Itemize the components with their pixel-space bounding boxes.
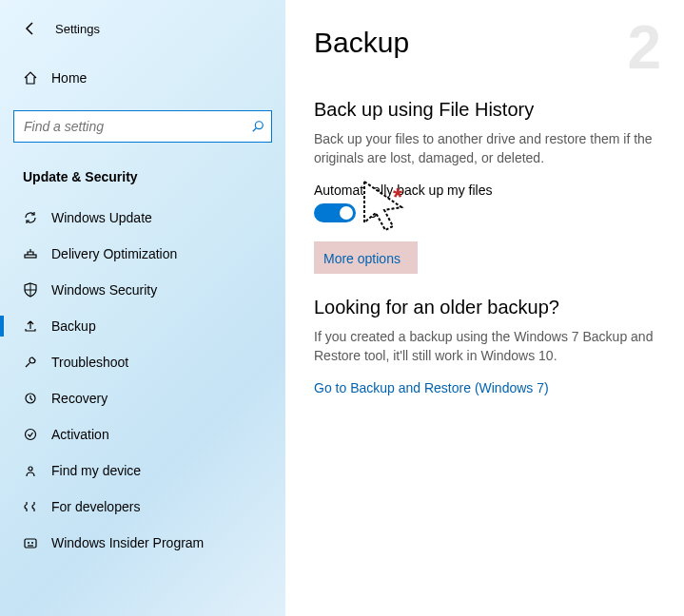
sidebar-item-backup[interactable]: Backup (13, 308, 272, 344)
sidebar-item-home[interactable]: Home (13, 63, 272, 93)
svg-point-6 (26, 430, 36, 440)
sidebar-item-delivery-optimization[interactable]: Delivery Optimization (13, 236, 272, 272)
auto-backup-label: Automatically back up my files (314, 183, 657, 198)
sidebar-item-label: Activation (51, 427, 109, 442)
file-history-heading: Back up using File History (314, 99, 657, 121)
more-options-link[interactable]: More options (314, 241, 418, 274)
search-icon (251, 120, 264, 133)
troubleshoot-icon (23, 355, 38, 370)
svg-rect-8 (25, 539, 36, 548)
svg-line-1 (253, 128, 257, 132)
sidebar-item-windows-update[interactable]: Windows Update (13, 200, 272, 236)
file-history-description: Back up your files to another drive and … (314, 130, 657, 167)
arrow-left-icon (23, 21, 38, 36)
sidebar-item-label: For developers (51, 499, 140, 514)
auto-backup-state: On (367, 205, 385, 221)
back-button[interactable] (19, 17, 42, 40)
backup-restore-win7-link[interactable]: Go to Backup and Restore (Windows 7) (314, 380, 657, 395)
sidebar-item-find-my-device[interactable]: Find my device (13, 452, 272, 489)
sidebar-item-label: Windows Update (51, 210, 152, 225)
developers-icon (23, 499, 38, 514)
page-title: Backup (314, 27, 657, 59)
sidebar-item-activation[interactable]: Activation (13, 416, 272, 452)
older-backup-description: If you created a backup using the Window… (314, 328, 657, 365)
sidebar-item-label: Find my device (51, 463, 141, 478)
section-heading: Update & Security (13, 162, 272, 192)
svg-rect-2 (25, 255, 36, 258)
step-number: 2 (627, 17, 661, 78)
older-backup-heading: Looking for an older backup? (314, 297, 657, 318)
header: Settings (13, 17, 272, 40)
sidebar-item-troubleshoot[interactable]: Troubleshoot (13, 344, 272, 380)
auto-backup-toggle-row: On (314, 203, 657, 222)
main-panel: 2 Backup Back up using File History Back… (285, 0, 684, 616)
backup-icon (23, 318, 38, 334)
sidebar-item-windows-security[interactable]: Windows Security (13, 272, 272, 308)
search-field[interactable] (13, 110, 272, 143)
search-input[interactable] (13, 110, 272, 143)
sidebar-item-windows-insider-program[interactable]: Windows Insider Program (13, 525, 272, 561)
svg-point-7 (29, 467, 32, 471)
find-device-icon (23, 463, 38, 478)
activation-icon (23, 427, 38, 442)
sidebar-item-label: Windows Security (51, 282, 157, 298)
sidebar-item-label: Troubleshoot (51, 355, 128, 370)
shield-icon (23, 282, 38, 298)
svg-point-0 (255, 122, 263, 129)
sidebar-item-recovery[interactable]: Recovery (13, 380, 272, 416)
window-title: Settings (55, 22, 100, 36)
svg-point-9 (28, 542, 29, 544)
sync-icon (23, 210, 38, 225)
sidebar-item-label: Home (51, 70, 87, 86)
sidebar-item-label: Delivery Optimization (51, 246, 177, 261)
sidebar-item-label: Backup (51, 318, 96, 334)
home-icon (23, 70, 38, 86)
delivery-icon (23, 246, 38, 261)
insider-icon (23, 535, 38, 550)
recovery-icon (23, 391, 38, 406)
sidebar-item-label: Windows Insider Program (51, 535, 204, 550)
sidebar: Settings Home Update & Security Windows … (0, 0, 285, 616)
sidebar-item-label: Recovery (51, 391, 107, 406)
sidebar-item-for-developers[interactable]: For developers (13, 489, 272, 525)
svg-point-10 (31, 542, 33, 544)
auto-backup-toggle[interactable] (314, 203, 356, 222)
